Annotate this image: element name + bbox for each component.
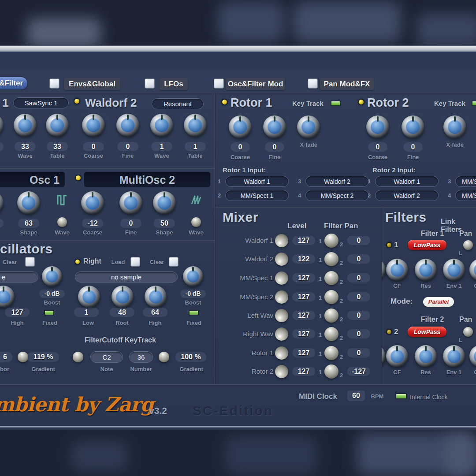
waldorf1-wave-knob[interactable] xyxy=(14,114,37,137)
waldorf2-table-knob[interactable] xyxy=(184,114,207,137)
tab-checkbox-osc-filter-mod[interactable] xyxy=(214,78,224,89)
kt-left-gradient-knob[interactable] xyxy=(18,352,28,362)
waldorf2-fine-knob[interactable] xyxy=(116,114,139,137)
kt-note-knob[interactable] xyxy=(73,352,83,362)
tab-checkbox-lfos[interactable] xyxy=(145,78,155,89)
rotor1-input4-select[interactable]: MM/Spect 2 xyxy=(305,190,369,201)
mixer-pan-knob[interactable] xyxy=(324,346,338,360)
mixer-level-value[interactable]: 127 xyxy=(292,273,315,283)
mixer-pan-knob[interactable] xyxy=(324,364,338,379)
waldorf-value[interactable]: 33 xyxy=(15,142,36,151)
mixer-pan-knob[interactable] xyxy=(324,290,338,304)
multiosc2-coarse-knob[interactable] xyxy=(81,191,104,214)
rotor1-coarse-knob[interactable] xyxy=(229,115,252,138)
multiosc2-wave-knob[interactable] xyxy=(191,217,201,227)
filter2-pan-knob[interactable] xyxy=(463,327,473,337)
tab-checkbox-envs-global[interactable] xyxy=(49,78,60,89)
mixer-pan-value[interactable]: 0 xyxy=(347,236,370,245)
multiosc2-fine-knob[interactable] xyxy=(119,191,142,214)
waldorf1-preset-select[interactable]: SawSync 1 xyxy=(13,97,69,108)
mixer-pan-knob[interactable] xyxy=(324,252,338,266)
filter2-env1-knob[interactable] xyxy=(443,345,465,367)
mixer-level-knob[interactable] xyxy=(275,234,288,247)
multiosc-value[interactable]: 0 xyxy=(120,219,141,228)
filter1-type-badge[interactable]: LowPass xyxy=(408,240,446,250)
filter1-env1-knob[interactable] xyxy=(443,259,465,281)
clear-left-checkbox[interactable] xyxy=(25,257,35,267)
rotor1-input3-select[interactable]: Waldorf 2 xyxy=(305,176,369,187)
waldorf-value[interactable]: 33 xyxy=(47,142,68,151)
filter2-type-badge[interactable]: LowPass xyxy=(408,327,446,337)
mixer-level-knob[interactable] xyxy=(275,309,288,322)
mixer-pan-value[interactable]: 0 xyxy=(347,311,370,320)
rotor2-fine-value[interactable]: 0 xyxy=(403,142,423,152)
tab-checkbox-pan-mod-fx[interactable] xyxy=(308,78,318,89)
multiosc-value[interactable]: 63 xyxy=(18,219,39,228)
tab-lfos[interactable]: LFOs xyxy=(160,78,188,90)
kt-gradient-value[interactable]: 100 % xyxy=(175,352,206,362)
internal-clock-led[interactable] xyxy=(395,393,407,399)
filter-mode-badge[interactable]: Parallel xyxy=(423,297,454,307)
mixer-level-knob[interactable] xyxy=(275,271,288,285)
multiosc-value[interactable]: -12 xyxy=(82,219,103,228)
mixer-level-value[interactable]: 127 xyxy=(292,292,315,301)
sample-select-right[interactable]: no sample xyxy=(75,271,178,283)
waldorf-value[interactable]: 1 xyxy=(151,142,172,151)
boost-right-knob[interactable] xyxy=(183,266,203,286)
multiosc2-shape-knob[interactable] xyxy=(153,191,176,214)
rotor1-enable-led[interactable] xyxy=(221,99,228,105)
filter2-enable-led[interactable] xyxy=(386,329,392,335)
clear-right-checkbox[interactable] xyxy=(169,257,178,267)
filter1-pan-knob[interactable] xyxy=(463,240,473,250)
mixer-level-value[interactable]: 127 xyxy=(292,236,315,245)
fixed-right-led[interactable] xyxy=(189,310,199,316)
boost-left-knob[interactable] xyxy=(42,266,62,286)
filter2-knob-partial-left[interactable] xyxy=(382,345,386,367)
kt-left-value-partial[interactable]: 6 xyxy=(0,352,12,362)
mixer-level-knob[interactable] xyxy=(275,253,288,266)
tab-osc-filter-mod[interactable]: Osc&Filter Mod xyxy=(226,78,285,90)
mixer-pan-value[interactable]: -127 xyxy=(347,367,370,376)
rotor2-keytrack-led[interactable] xyxy=(472,100,476,106)
waldorf2-preset-select[interactable]: Resonant xyxy=(152,98,204,109)
rotor2-coarse-value[interactable]: 0 xyxy=(368,142,387,152)
rotor2-xfade-knob[interactable] xyxy=(443,115,466,138)
mixer-pan-value[interactable]: 0 xyxy=(347,273,370,283)
filter1-knob-partial-right[interactable] xyxy=(469,259,476,281)
kt-number-value[interactable]: 36 xyxy=(129,351,153,363)
waldorf1-table-knob[interactable] xyxy=(46,114,69,137)
rotor2-input2-select[interactable]: Waldorf 2 xyxy=(375,190,439,201)
waldorf2-coarse-knob[interactable] xyxy=(82,114,105,137)
mixer-level-value[interactable]: 127 xyxy=(292,311,315,320)
mixer-level-knob[interactable] xyxy=(275,290,288,304)
bpm-value[interactable]: 60 xyxy=(347,390,365,401)
fixed-left-led[interactable] xyxy=(44,310,54,316)
low-value[interactable]: 1 xyxy=(74,308,99,317)
root-value[interactable]: 48 xyxy=(110,308,134,317)
mixer-level-knob[interactable] xyxy=(275,346,288,360)
mixer-level-value[interactable]: 122 xyxy=(292,254,315,264)
mixer-pan-value[interactable]: 0 xyxy=(347,348,370,357)
mixer-pan-knob[interactable] xyxy=(324,234,338,248)
mixer-pan-value[interactable]: 0 xyxy=(347,254,370,264)
sample-select-left[interactable]: e xyxy=(0,271,38,283)
multiosc1-shape-knob[interactable] xyxy=(17,191,40,214)
high-knob[interactable] xyxy=(145,286,167,308)
rotor1-input2-select[interactable]: MM/Spect 1 xyxy=(225,190,289,201)
boost-right-value[interactable]: -0 dB xyxy=(180,290,206,298)
rotor2-enable-led[interactable] xyxy=(358,99,364,105)
filter2-cf-knob[interactable] xyxy=(386,345,408,367)
filter1-res-knob[interactable] xyxy=(415,259,437,281)
boost-left-value[interactable]: -0 dB xyxy=(39,290,65,298)
high-value[interactable]: 64 xyxy=(143,308,167,317)
multiosc-value[interactable]: 50 xyxy=(154,219,175,228)
rotor1-coarse-value[interactable]: 0 xyxy=(231,142,250,152)
filter1-cf-knob[interactable] xyxy=(386,259,408,281)
mixer-level-value[interactable]: 127 xyxy=(292,367,315,376)
mixer-level-knob[interactable] xyxy=(275,327,288,341)
mixer-level-value[interactable]: 127 xyxy=(292,348,315,357)
filter1-enable-led[interactable] xyxy=(386,242,392,248)
right-channel-led[interactable] xyxy=(74,259,81,265)
kt-gradient-knob[interactable] xyxy=(159,352,169,362)
load-checkbox[interactable] xyxy=(130,257,140,267)
